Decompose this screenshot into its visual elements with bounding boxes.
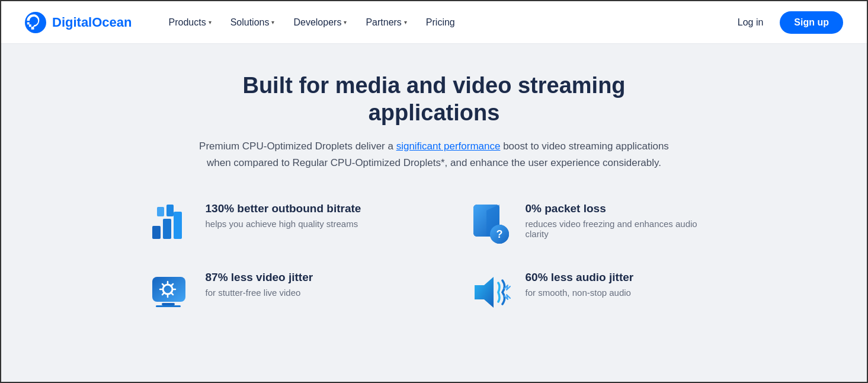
feature-audio-text: 60% less audio jitter for smooth, non-st… xyxy=(526,271,634,298)
feature-video-stat: 87% less video jitter xyxy=(206,271,313,284)
hero-section: Built for media and video streaming appl… xyxy=(191,72,677,171)
feature-bitrate-stat: 130% better outbound bitrate xyxy=(206,202,361,215)
feature-audio: 60% less audio jitter for smooth, non-st… xyxy=(470,271,719,314)
feature-packet-text: 0% packet loss reduces video freezing an… xyxy=(526,202,719,239)
feature-bitrate-text: 130% better outbound bitrate helps you a… xyxy=(206,202,361,229)
features-grid: 130% better outbound bitrate helps you a… xyxy=(150,202,719,314)
feature-video-text: 87% less video jitter for stutter-free l… xyxy=(206,271,313,298)
feature-audio-desc: for smooth, non-stop audio xyxy=(526,288,634,298)
feature-packet-desc: reduces video freezing and enhances audi… xyxy=(526,219,719,239)
login-button[interactable]: Log in xyxy=(731,12,771,33)
logo-text: DigitalOcean xyxy=(52,15,132,30)
nav-item-products[interactable]: Products ▾ xyxy=(160,12,219,33)
nav-item-pricing[interactable]: Pricing xyxy=(418,12,463,33)
video-icon xyxy=(150,271,193,314)
nav-item-developers[interactable]: Developers ▾ xyxy=(285,12,355,33)
feature-packet-stat: 0% packet loss xyxy=(526,202,719,215)
nav-item-partners[interactable]: Partners ▾ xyxy=(357,12,415,33)
hero-desc-prefix: Premium CPU-Optimized Droplets deliver a xyxy=(199,141,396,152)
main-content: Built for media and video streaming appl… xyxy=(1,44,867,382)
audio-icon xyxy=(470,271,513,314)
svg-rect-5 xyxy=(166,205,174,216)
svg-rect-21 xyxy=(162,303,175,305)
svg-rect-2 xyxy=(163,219,171,239)
feature-video: 87% less video jitter for stutter-free l… xyxy=(150,271,399,314)
nav-actions: Log in Sign up xyxy=(731,11,843,34)
feature-bitrate: 130% better outbound bitrate helps you a… xyxy=(150,202,399,245)
chevron-down-icon: ▾ xyxy=(271,19,274,25)
feature-audio-stat: 60% less audio jitter xyxy=(526,271,634,284)
svg-rect-22 xyxy=(156,305,181,307)
svg-rect-4 xyxy=(157,207,164,216)
signup-button[interactable]: Sign up xyxy=(780,11,843,34)
navbar: DigitalOcean Products ▾ Solutions ▾ Deve… xyxy=(1,1,867,44)
hero-description: Premium CPU-Optimized Droplets deliver a… xyxy=(191,138,677,171)
svg-rect-11 xyxy=(152,277,185,302)
chevron-down-icon: ▾ xyxy=(404,19,407,25)
svg-rect-3 xyxy=(174,212,182,239)
packet-icon: ? xyxy=(470,202,513,245)
logo[interactable]: DigitalOcean xyxy=(25,12,132,33)
nav-links: Products ▾ Solutions ▾ Developers ▾ Part… xyxy=(160,12,730,33)
feature-video-desc: for stutter-free live video xyxy=(206,288,313,298)
chevron-down-icon: ▾ xyxy=(344,19,347,25)
nav-item-solutions[interactable]: Solutions ▾ xyxy=(222,12,283,33)
feature-packet: ? 0% packet loss reduces video freezing … xyxy=(470,202,719,245)
logo-icon xyxy=(25,12,46,33)
page-wrapper: DigitalOcean Products ▾ Solutions ▾ Deve… xyxy=(0,0,868,383)
chevron-down-icon: ▾ xyxy=(209,19,212,25)
feature-bitrate-desc: helps you achieve high quality streams xyxy=(206,219,361,229)
svg-marker-23 xyxy=(475,277,494,308)
hero-desc-link[interactable]: significant performance xyxy=(396,141,501,152)
svg-text:?: ? xyxy=(496,228,502,240)
svg-rect-1 xyxy=(152,226,161,239)
bitrate-icon xyxy=(150,202,193,245)
hero-title: Built for media and video streaming appl… xyxy=(191,72,677,126)
